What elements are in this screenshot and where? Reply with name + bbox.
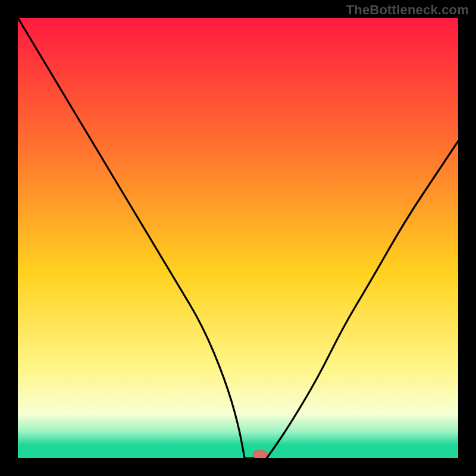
optimal-point-marker bbox=[253, 451, 267, 458]
chart-frame: TheBottleneck.com bbox=[0, 0, 476, 476]
gradient-background bbox=[18, 18, 458, 458]
watermark-text: TheBottleneck.com bbox=[346, 2, 469, 18]
bottleneck-plot bbox=[18, 18, 458, 458]
plot-svg bbox=[18, 18, 458, 458]
